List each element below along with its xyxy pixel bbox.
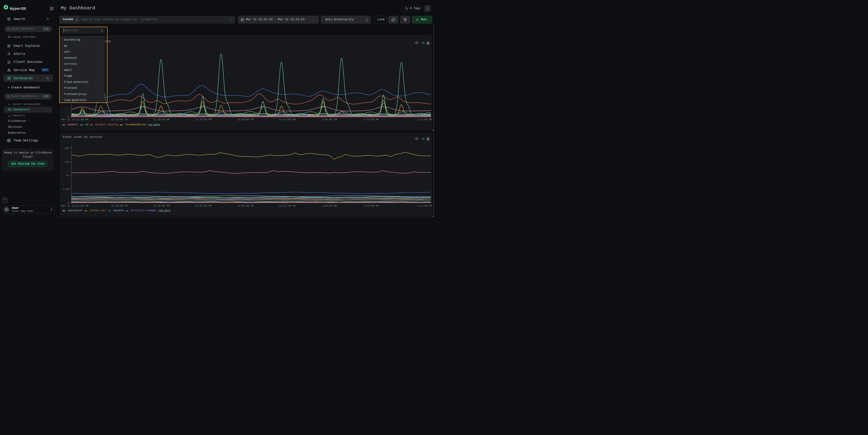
svg-text:3.5K: 3.5K <box>63 188 69 191</box>
svg-text:12:57:00 PM: 12:57:00 PM <box>279 205 296 207</box>
svg-text:1:21:00 PM: 1:21:00 PM <box>417 118 432 121</box>
svg-text:1:21:00 PM: 1:21:00 PM <box>417 205 432 207</box>
svg-text:1:11:00 PM: 1:11:00 PM <box>364 118 379 121</box>
svg-text:Mar 12 12:21:00 PM: Mar 12 12:21:00 PM <box>61 205 88 207</box>
svg-text:12:36:00 PM: 12:36:00 PM <box>153 118 169 121</box>
svg-text:12:57:00 PM: 12:57:00 PM <box>279 118 296 121</box>
svg-text:12:29:00 PM: 12:29:00 PM <box>111 205 128 207</box>
svg-text:1:11:00 PM: 1:11:00 PM <box>364 205 379 207</box>
svg-text:12:50:00 PM: 12:50:00 PM <box>237 205 254 207</box>
svg-text:1:04:00 PM: 1:04:00 PM <box>322 205 337 207</box>
svg-text:12:29:00 PM: 12:29:00 PM <box>111 118 128 121</box>
svg-text:1:04:00 PM: 1:04:00 PM <box>322 118 337 121</box>
svg-text:Mar 12 12:21:00 PM: Mar 12 12:21:00 PM <box>61 118 88 121</box>
svg-text:12:50:00 PM: 12:50:00 PM <box>237 118 254 121</box>
svg-text:12:36:00 PM: 12:36:00 PM <box>153 205 169 207</box>
svg-text:12:43:00 PM: 12:43:00 PM <box>195 118 212 121</box>
svg-text:12:43:00 PM: 12:43:00 PM <box>195 205 212 207</box>
svg-text:0: 0 <box>67 201 69 204</box>
svg-text:0: 0 <box>67 116 69 118</box>
svg-text:14K: 14K <box>64 147 69 150</box>
svg-text:11K: 11K <box>64 161 69 163</box>
svg-text:7K: 7K <box>66 174 69 177</box>
